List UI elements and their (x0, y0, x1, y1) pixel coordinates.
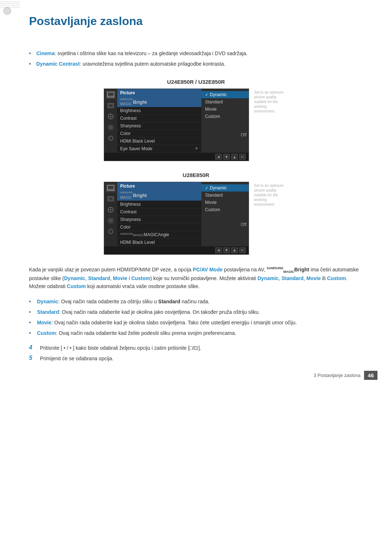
menu-item-eyesaver-1: Eye Saver Mode ▼ (117, 145, 201, 153)
option-movie-1: Movie (201, 106, 249, 113)
step-5-content: Primijenit će se odabrana opcija. (40, 355, 113, 362)
section-title-2: U28E850R (29, 172, 363, 178)
info-icon-2: i (106, 227, 116, 236)
magic-sup-1: SAMSUNGMAGIC (120, 98, 133, 106)
picture-icon (106, 90, 116, 99)
monitor-menu-1: i Picture SAMSUNGMAGIC Bright Brightness (104, 89, 249, 161)
menu-main-1: Picture SAMSUNGMAGIC Bright Brightness C… (117, 89, 201, 153)
dynamic-contrast-text: : uravnotežena svjetlina putem automatsk… (80, 61, 225, 67)
settings-icon (106, 123, 116, 132)
magic-bright-row-1: SAMSUNGMAGIC Bright (117, 97, 201, 107)
chapter-text: 3 Postavljanje zaslona (314, 373, 360, 378)
menu-wrapper-1: i Picture SAMSUNGMAGIC Bright Brightness (29, 89, 363, 161)
custom-mode-text: : Ovaj način rada odaberite kad želite p… (56, 330, 236, 336)
dynamic-mode-label: Dynamic (37, 299, 58, 304)
svg-rect-8 (109, 104, 113, 107)
custom1-label: Custom (131, 275, 150, 281)
svg-point-23 (110, 219, 112, 222)
menu-header-1: Picture (117, 89, 201, 97)
svg-rect-16 (107, 185, 114, 190)
main-paragraph: Kada je vanjski ulaz je povezan putem HD… (29, 266, 363, 291)
info-icon: i (106, 134, 116, 143)
monitor-menu-2: i Picture SAMSUNGMAGIC Bright Brightness… (104, 182, 249, 254)
standard2-label: Standard (282, 275, 304, 281)
menu-item-contrast-1: Contrast (117, 115, 201, 122)
menu-item-magic-angle-2: SAMSUNGMAGICMAGICAngle (117, 231, 201, 239)
svg-point-12 (110, 126, 112, 128)
standard1-label: Standard (88, 275, 110, 281)
page-number: 46 (364, 371, 377, 380)
magic-bright-label-2: Bright (133, 193, 147, 198)
menu-wrapper-2: i Picture SAMSUNGMAGIC Bright Brightness… (29, 182, 363, 254)
magic-bright-label-1: Bright (133, 99, 147, 105)
magic-bright-row-2: SAMSUNGMAGIC Bright (117, 190, 201, 200)
nav-up-2: ▲ (231, 247, 238, 253)
menu-nav-bar-2: ◄ ▼ ▲ ↵ (104, 246, 249, 254)
menu-item-brightness-1: Brightness (117, 107, 201, 115)
svg-text:i: i (110, 230, 111, 234)
nav-down-1: ▼ (223, 154, 230, 160)
page-title: Postavljanje zaslona (29, 15, 363, 28)
mode-custom: Custom: Ovaj način rada odaberite kad že… (29, 329, 363, 337)
menu-main-2: Picture SAMSUNGMAGIC Bright Brightness C… (117, 182, 201, 246)
pcav-label: PC/AV Mode (193, 267, 222, 272)
intro-bullets: Cinema: svjetlina i oštrina slike kao na… (29, 50, 363, 68)
menu-item-hdmi-1: HDMI Black Level (117, 138, 201, 145)
custom3-label: Custom (67, 283, 86, 289)
option-standard-1: Standard (201, 98, 249, 106)
intro-bullet-cinema: Cinema: svjetlina i oštrina slike kao na… (29, 50, 363, 57)
step-4: 4 Pritisnite [ • / • ] kako biste odabra… (29, 344, 363, 352)
svg-point-24 (108, 218, 113, 223)
input-icon (106, 101, 116, 110)
display-icon (106, 112, 116, 121)
nav-enter-1: ↵ (239, 154, 246, 160)
dynamic-mode-text2: načinu rada. (180, 299, 210, 304)
option-movie-2: Movie (201, 199, 249, 206)
intro-bullet-dynamic-contrast: Dynamic Contrast: uravnotežena svjetlina… (29, 60, 363, 68)
standard-mode-label: Standard (37, 309, 59, 315)
dynamic-contrast-label: Dynamic Contrast (36, 61, 80, 67)
off-label-1: Off (201, 132, 249, 138)
menu-item-hdmi-2: HDMI Black Level (117, 239, 201, 246)
movie1-label: Movie (113, 275, 127, 281)
nav-down-2: ▼ (223, 247, 230, 253)
magic-bright-para: SAMSUNGMAGICBright (267, 267, 309, 272)
menu-item-contrast-2: Contrast (117, 208, 201, 216)
svg-rect-18 (108, 197, 114, 201)
movie-mode-text: : Ovaj način rada odaberite kad je okoli… (52, 320, 297, 325)
menu-options-1: Dynamic Standard Movie Custom Off (201, 89, 249, 153)
menu-nav-bar-1: ◄ ▼ ▲ ↵ (104, 153, 249, 161)
svg-text:i: i (110, 137, 111, 140)
step-5: 5 Primijenit će se odabrana opcija. (29, 355, 363, 362)
menu-item-brightness-2: Brightness (117, 201, 201, 208)
section-title-1: U24E850R / U32E850R (29, 79, 363, 85)
svg-point-13 (108, 125, 113, 130)
svg-rect-19 (109, 198, 113, 200)
mode-movie: Movie: Ovaj način rada odaberite kad je … (29, 319, 363, 327)
option-dynamic-2: Dynamic (201, 184, 249, 192)
option-custom-1: Custom (201, 113, 249, 120)
step-4-num: 4 (29, 344, 40, 351)
picture-icon-2 (106, 184, 116, 192)
standard-ref: Standard (158, 299, 180, 304)
dynamic-mode-text: : Ovaj način rada odaberite za oštriju s… (58, 299, 158, 304)
menu-sidebar-1: i (104, 89, 117, 153)
menu-right-note-1: Set to an optimum picture quality suitab… (252, 89, 288, 115)
movie2-label: Movie (306, 275, 321, 281)
nav-left-2: ◄ (215, 247, 222, 253)
settings-icon-2 (106, 216, 116, 225)
svg-rect-7 (108, 103, 114, 108)
mode-standard: Standard: Ovaj način rada odaberite kad … (29, 308, 363, 316)
menu-item-sharpness-1: Sharpness (117, 122, 201, 130)
cinema-text: : svjetlina i oštrina slike kao na telev… (55, 50, 248, 56)
mode-bullets: Dynamic: Ovaj način rada odaberite za oš… (29, 298, 363, 337)
option-dynamic-1: Dynamic (201, 91, 249, 98)
step-4-content: Pritisnite [ • / • ] kako biste odabrali… (40, 344, 201, 352)
svg-point-4 (4, 7, 11, 15)
step-5-num: 5 (29, 355, 40, 361)
menu-sidebar-2: i (104, 182, 117, 246)
option-custom-2: Custom (201, 206, 249, 213)
off-label-2: Off (201, 221, 249, 228)
standard-mode-text: : Ovaj način rada odaberite kad je okoli… (59, 309, 260, 315)
menu-item-sharpness-2: Sharpness (117, 216, 201, 223)
